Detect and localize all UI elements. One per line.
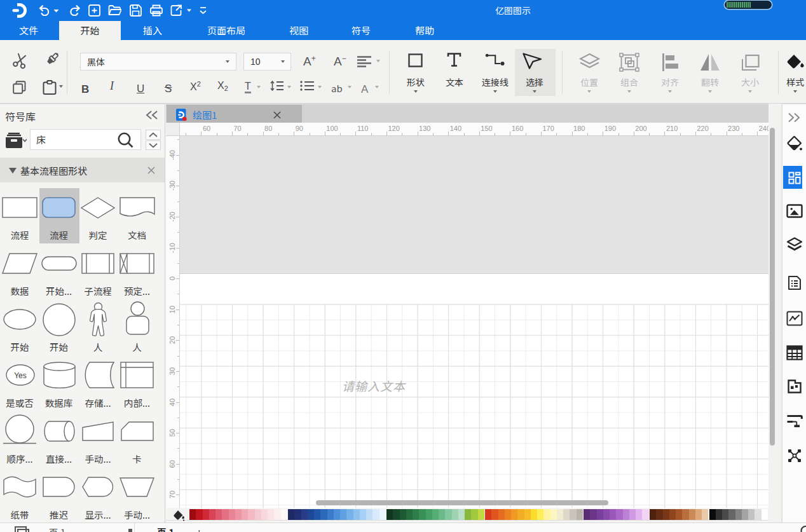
svg-text:Yes: Yes (14, 371, 27, 380)
